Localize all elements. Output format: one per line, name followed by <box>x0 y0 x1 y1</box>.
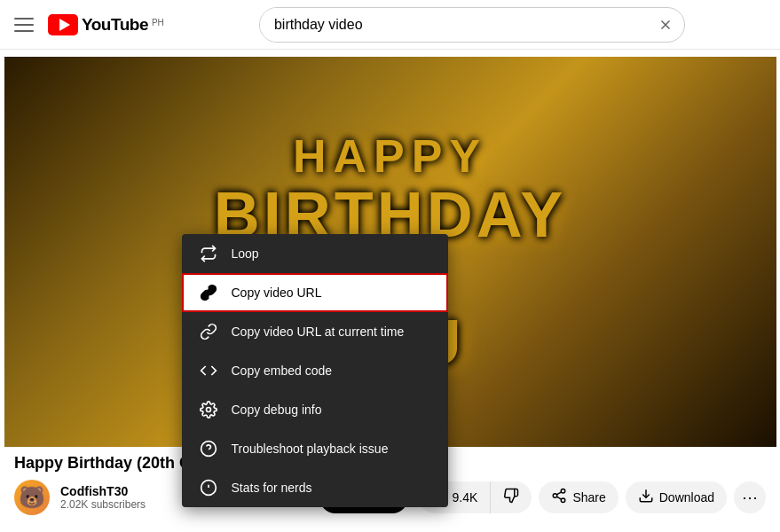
troubleshoot-icon <box>200 440 217 458</box>
download-label: Download <box>659 490 714 505</box>
svg-line-11 <box>557 497 562 499</box>
share-button[interactable]: Share <box>539 481 618 513</box>
copy-url-icon <box>200 284 217 301</box>
copy-url-time-icon <box>200 323 217 340</box>
thumbs-down-icon <box>503 488 519 507</box>
channel-avatar[interactable]: 🐻 <box>14 480 50 515</box>
context-menu: Loop Copy video URL Copy video URL at cu… <box>182 234 448 507</box>
menu-label-copy-embed: Copy embed code <box>232 364 333 378</box>
share-icon <box>551 488 567 507</box>
like-count: 9.4K <box>453 490 478 505</box>
play-triangle <box>59 19 70 31</box>
dislike-button[interactable] <box>491 481 532 513</box>
stats-icon <box>200 479 217 497</box>
svg-point-8 <box>562 489 566 494</box>
country-code: PH <box>152 18 164 27</box>
svg-point-10 <box>562 498 566 503</box>
birthday-line1: HAPPY <box>214 129 566 183</box>
menu-label-loop: Loop <box>232 246 259 261</box>
more-options-button[interactable]: ⋯ <box>734 481 766 513</box>
youtube-logo[interactable]: YouTube PH <box>48 14 164 35</box>
more-dots-icon: ⋯ <box>742 488 758 507</box>
menu-item-copy-embed[interactable]: Copy embed code <box>182 351 448 390</box>
menu-item-stats[interactable]: Stats for nerds <box>182 468 448 507</box>
menu-label-copy-url: Copy video URL <box>232 286 322 300</box>
menu-label-copy-url-time: Copy video URL at current time <box>232 325 405 339</box>
download-icon <box>638 488 654 507</box>
menu-label-troubleshoot: Troubleshoot playback issue <box>232 442 389 456</box>
youtube-icon <box>48 14 78 35</box>
share-label: Share <box>572 490 605 505</box>
menu-item-troubleshoot[interactable]: Troubleshoot playback issue <box>182 429 448 468</box>
download-button[interactable]: Download <box>626 481 727 513</box>
header-left: YouTube PH <box>14 14 164 35</box>
search-clear-button[interactable] <box>647 17 684 33</box>
menu-label-copy-debug: Copy debug info <box>232 403 322 417</box>
avatar-emoji: 🐻 <box>19 485 45 510</box>
video-container[interactable]: HAPPY BIRTHDAY TO YOU Loop <box>4 57 776 447</box>
search-input[interactable] <box>260 8 647 42</box>
svg-point-9 <box>554 494 558 498</box>
hamburger-menu[interactable] <box>14 18 34 32</box>
svg-point-2 <box>206 408 210 412</box>
search-bar <box>259 7 685 43</box>
menu-item-copy-url-time[interactable]: Copy video URL at current time <box>182 312 448 351</box>
menu-item-loop[interactable]: Loop <box>182 234 448 273</box>
loop-icon <box>200 245 217 262</box>
svg-line-12 <box>557 492 562 495</box>
action-buttons: 9.4K <box>419 481 766 513</box>
menu-label-stats: Stats for nerds <box>232 481 312 495</box>
embed-icon <box>200 362 217 379</box>
header: YouTube PH <box>0 0 780 50</box>
menu-item-copy-debug[interactable]: Copy debug info <box>182 390 448 429</box>
debug-icon <box>200 401 217 419</box>
youtube-wordmark: YouTube <box>82 15 148 35</box>
menu-item-copy-url[interactable]: Copy video URL <box>182 273 448 312</box>
